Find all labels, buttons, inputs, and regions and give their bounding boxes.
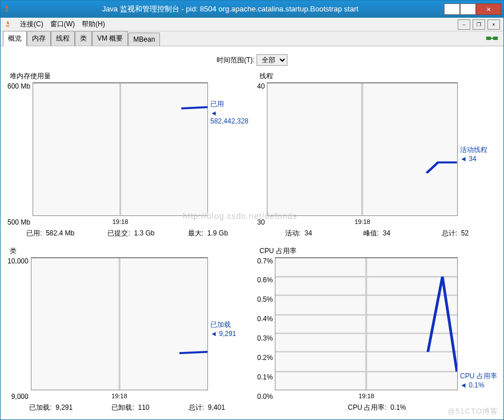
ytick: 0.1%: [257, 373, 273, 381]
tabbar: 概览 内存 线程 类 VM 概要 MBean: [1, 31, 503, 46]
chart-threads-title: 线程: [255, 71, 499, 81]
legend-label: 已用: [210, 99, 249, 109]
ytick: 0.7%: [257, 257, 273, 265]
ytick: 0.5%: [257, 295, 273, 303]
xtick: 19:18: [267, 217, 458, 226]
stat-val: 34: [383, 229, 390, 237]
timerange-select[interactable]: 全部: [257, 54, 287, 66]
menubar: 连接(C) 窗口(W) 帮助(H) – ❐ ×: [1, 18, 503, 31]
svg-rect-0: [486, 37, 491, 40]
xtick: 19:18: [275, 391, 458, 401]
close-button[interactable]: ✕: [476, 3, 501, 15]
chart-heap-title: 堆内存使用量: [5, 71, 249, 81]
tab-vm[interactable]: VM 概要: [92, 31, 128, 46]
timerange-row: 时间范围(T): 全部: [5, 51, 499, 71]
legend-value: 9,291: [219, 330, 236, 338]
stat-val: 34: [305, 229, 312, 237]
minimize-button[interactable]: —: [444, 3, 460, 15]
maximize-button[interactable]: ▢: [460, 3, 476, 15]
chart-classes-title: 类: [5, 246, 249, 256]
stat-val: 52: [461, 229, 469, 237]
stat-key: 已提交:: [107, 229, 130, 237]
java-icon: [3, 5, 12, 14]
timerange-label: 时间范围(T):: [217, 56, 255, 64]
window-title: Java 监视和管理控制台 - pid: 8504 org.apache.cat…: [17, 4, 444, 14]
stat-key: 已加载:: [29, 403, 51, 411]
legend-label: CPU 占用率: [460, 371, 499, 381]
legend-label: 已加载: [210, 320, 249, 330]
ytick: 30: [257, 218, 265, 226]
tab-threads[interactable]: 线程: [51, 31, 75, 46]
stat-key: 峰值:: [363, 229, 379, 237]
stat-key: 总计:: [189, 403, 204, 411]
chart-heap: 堆内存使用量 600 Mb 500 Mb 19:18 已用: [5, 71, 249, 241]
chart-cpu: CPU 占用率 0.7% 0.6% 0.5% 0.4% 0.3% 0.2% 0.…: [255, 246, 499, 415]
ytick: 0.2%: [257, 354, 273, 362]
stat-val: 110: [138, 403, 149, 411]
stat-val: 1.3 Gb: [134, 229, 155, 237]
connected-icon: [485, 34, 499, 43]
mdi-close-button[interactable]: ×: [487, 19, 500, 30]
tab-mbean[interactable]: MBean: [128, 33, 160, 46]
ytick: 0.4%: [257, 315, 273, 323]
mdi-minimize-button[interactable]: –: [458, 19, 470, 30]
window-titlebar: Java 监视和管理控制台 - pid: 8504 org.apache.cat…: [1, 1, 503, 18]
chart-cpu-title: CPU 占用率: [255, 246, 499, 256]
stat-key: 最大:: [188, 229, 203, 237]
stat-val: 1.9 Gb: [207, 229, 228, 237]
legend-value: 34: [469, 155, 476, 163]
tab-classes[interactable]: 类: [75, 31, 92, 46]
menu-window[interactable]: 窗口(W): [50, 19, 75, 29]
stat-key: CPU 占用率:: [347, 403, 386, 411]
legend-label: 活动线程: [460, 145, 499, 155]
legend-value: 0.1%: [469, 381, 484, 389]
svg-rect-1: [493, 37, 498, 40]
stat-val: 9,291: [55, 403, 73, 411]
ytick: 0.6%: [257, 276, 273, 284]
stat-key: 活动:: [285, 229, 301, 237]
chart-cpu-plot[interactable]: [275, 257, 458, 391]
ytick: 10,000: [7, 257, 29, 265]
chart-classes-plot[interactable]: [31, 257, 208, 391]
stat-val: 9,401: [208, 403, 225, 411]
xtick: 19:18: [31, 391, 208, 401]
ytick: 40: [257, 82, 265, 90]
stat-key: 已用:: [26, 229, 42, 237]
ytick: 500 Mb: [7, 218, 30, 226]
content-area: 时间范围(T): 全部 堆内存使用量 600 Mb 500 Mb: [1, 46, 503, 419]
ytick: 9,000: [11, 393, 29, 401]
tab-overview[interactable]: 概览: [3, 31, 27, 46]
stat-val: 582.4 Mb: [46, 229, 74, 237]
xtick: 19:18: [33, 217, 208, 226]
ytick: 600 Mb: [7, 82, 30, 90]
ytick: 0.3%: [257, 334, 273, 342]
legend-value: 582,442,328: [210, 117, 249, 125]
chart-threads-plot[interactable]: [267, 82, 458, 216]
chart-heap-plot[interactable]: [33, 82, 208, 216]
mdi-restore-button[interactable]: ❐: [473, 19, 485, 30]
tab-memory[interactable]: 内存: [27, 31, 51, 46]
ytick: 0.0%: [257, 393, 273, 401]
chart-classes: 类 10,000 9,000 19:18 已加载: [5, 246, 249, 415]
java-icon: [4, 20, 13, 29]
stat-key: 已卸载:: [111, 403, 134, 411]
chart-threads: 线程 40 30 19:18 活动线程: [255, 71, 499, 241]
stat-val: 0.1%: [390, 403, 406, 411]
menu-connection[interactable]: 连接(C): [20, 19, 43, 29]
menu-help[interactable]: 帮助(H): [82, 19, 105, 29]
stat-key: 总计:: [442, 229, 457, 237]
